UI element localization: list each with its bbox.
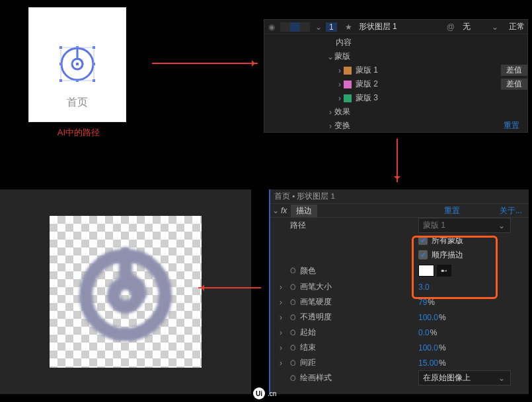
watermark-text: .cn (268, 390, 276, 397)
annotation-arrow (152, 63, 258, 64)
stroke-preview-icon (73, 239, 178, 345)
value-brush-size[interactable]: 3.0 (418, 283, 430, 292)
artboard: 首页 (29, 8, 126, 121)
effect-controls-panel: 首页 • 形状图层 1 ⌄ fx 描边 重置 关于... 路径 蒙版 1 ⌄ ✔… (269, 189, 529, 394)
effect-reset-link[interactable]: 重置 (444, 205, 460, 217)
stopwatch-icon[interactable]: Ö (290, 374, 296, 382)
svg-rect-2 (76, 63, 79, 65)
transform-reset-link[interactable]: 重置 (504, 120, 519, 131)
track-matte-dropdown[interactable]: 无 (463, 21, 471, 32)
fx-icon[interactable]: fx (281, 206, 287, 215)
color-swatch[interactable] (418, 265, 434, 277)
value-opacity[interactable]: 100.0% (418, 313, 446, 322)
timeline-layer-panel: ◉ ⌄ 1 ★ 形状图层 1 @ 无 ⌄ 正常 内容 ⌄ 蒙版 › 蒙版 1 差… (264, 19, 528, 133)
disclosure-closed-icon[interactable]: › (326, 108, 334, 117)
prop-paint-style: Ö 绘画样式 在原始图像上 ⌄ (270, 370, 529, 385)
artboard-tab-label: 首页 (29, 96, 126, 110)
mask-color-swatch[interactable] (344, 94, 352, 102)
shape-layer-icon: ★ (345, 22, 352, 32)
paint-style-dropdown[interactable]: 在原始图像上 ⌄ (418, 370, 511, 385)
disclosure-closed-icon[interactable]: › (336, 66, 344, 75)
checkbox-sequential-stroke[interactable]: ✔ (418, 250, 428, 259)
preview-panel (0, 189, 251, 394)
path-dropdown[interactable]: 蒙版 1 ⌄ (418, 218, 511, 233)
value-start[interactable]: 0.0% (418, 328, 437, 337)
checkbox-all-masks[interactable]: ✔ (418, 236, 428, 245)
effect-name[interactable]: 描边 (291, 205, 317, 217)
disclosure-closed-icon[interactable]: › (280, 343, 282, 352)
prop-brush-size: › Ö 画笔大小 3.0 (270, 279, 529, 294)
stopwatch-icon[interactable]: Ö (290, 329, 296, 337)
effect-about-link[interactable]: 关于... (500, 205, 522, 217)
mask-mode-dropdown[interactable]: 差值 (501, 79, 527, 90)
ai-caption: AI中的路径 (29, 127, 128, 139)
ai-artboard-panel: 首页 AI中的路径 (29, 8, 128, 139)
prop-color: Ö 颜色 ➸ (270, 262, 529, 279)
prop-end: › Ö 结束 100.0% (270, 340, 529, 355)
disclosure-open-icon[interactable]: ⌄ (326, 52, 334, 61)
disclosure-closed-icon[interactable]: › (336, 94, 344, 103)
group-masks[interactable]: ⌄ 蒙版 (264, 50, 527, 63)
watermark-badge: Ui (253, 387, 265, 399)
prop-all-masks: ✔ 所有蒙版 (270, 233, 529, 248)
effect-panel-title: 首页 • 形状图层 1 (270, 189, 529, 203)
stopwatch-icon[interactable]: Ö (290, 359, 296, 367)
stopwatch-icon[interactable]: Ö (290, 298, 296, 306)
music-icon (57, 44, 97, 84)
prop-sequential-stroke: ✔ 顺序描边 (270, 248, 529, 262)
chevron-down-icon: ⌄ (498, 374, 505, 383)
annotation-arrow (198, 287, 261, 288)
mask-row-1[interactable]: › 蒙版 1 差值 (264, 63, 527, 77)
blend-mode-dropdown[interactable]: 正常 (509, 21, 525, 32)
annotation-arrow (397, 139, 398, 182)
disclosure-closed-icon[interactable]: › (336, 80, 344, 89)
prop-spacing: › Ö 间距 15.00% (270, 355, 529, 370)
mask-color-swatch[interactable] (344, 81, 352, 88)
layer-index: 1 (326, 22, 337, 32)
group-effects[interactable]: › 效果 (264, 105, 527, 119)
chevron-down-icon: ⌄ (498, 221, 505, 230)
stopwatch-icon[interactable]: Ö (290, 267, 296, 275)
disclosure-closed-icon[interactable]: › (280, 298, 282, 307)
disclosure-closed-icon[interactable]: › (280, 283, 282, 292)
mask-mode-dropdown[interactable]: 差值 (501, 65, 527, 76)
value-end[interactable]: 100.0% (418, 343, 446, 352)
mask-row-2[interactable]: › 蒙版 2 差值 (264, 77, 527, 91)
parent-pickwhip-icon[interactable]: @ (447, 22, 455, 32)
prop-opacity: › Ö 不透明度 100.0% (270, 310, 529, 325)
prop-brush-hardness: › Ö 画笔硬度 79% (270, 294, 529, 310)
mask-color-swatch[interactable] (344, 67, 352, 75)
prop-start: › Ö 起始 0.0% (270, 325, 529, 340)
value-spacing[interactable]: 15.00% (418, 358, 446, 368)
chevron-down-icon[interactable]: ⌄ (315, 22, 322, 32)
eyedropper-icon[interactable]: ➸ (437, 265, 451, 277)
disclosure-closed-icon[interactable]: › (280, 328, 282, 337)
disclosure-open-icon[interactable]: ⌄ (272, 206, 280, 215)
watermark: Ui .cn (253, 387, 276, 399)
disclosure-closed-icon[interactable]: › (326, 121, 334, 131)
layer-header[interactable]: ◉ ⌄ 1 ★ 形状图层 1 @ 无 ⌄ 正常 (264, 20, 527, 34)
visibility-icon[interactable]: ◉ (267, 22, 276, 32)
stopwatch-icon[interactable]: Ö (290, 314, 296, 321)
mask-row-3[interactable]: › 蒙版 3 (264, 91, 527, 105)
stopwatch-icon[interactable]: Ö (290, 344, 296, 352)
layer-switch-chips[interactable] (280, 22, 310, 32)
transparency-checker (50, 216, 202, 368)
disclosure-closed-icon[interactable]: › (280, 358, 282, 368)
group-contents[interactable]: 内容 (264, 36, 527, 50)
group-transform[interactable]: › 变换 重置 (264, 119, 527, 133)
layer-name[interactable]: 形状图层 1 (359, 21, 397, 32)
value-brush-hardness[interactable]: 79% (418, 298, 435, 307)
effect-header-row[interactable]: ⌄ fx 描边 重置 关于... (270, 203, 529, 218)
stopwatch-icon[interactable]: Ö (290, 283, 296, 291)
chevron-down-icon[interactable]: ⌄ (492, 22, 498, 32)
disclosure-closed-icon[interactable]: › (280, 313, 282, 322)
prop-path: 路径 蒙版 1 ⌄ (270, 218, 529, 233)
